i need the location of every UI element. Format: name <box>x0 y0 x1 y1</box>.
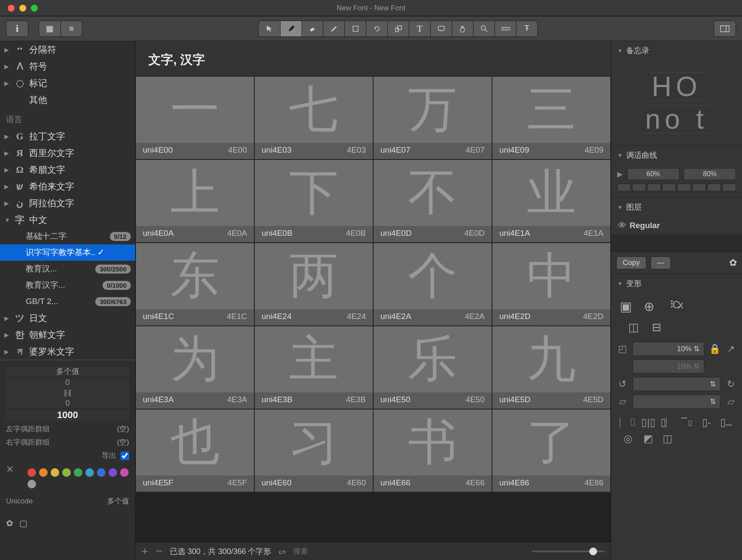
glyph-cell[interactable]: 九uni4E5D4E5D <box>492 326 610 409</box>
glyph-cell[interactable]: 乐uni4E504E50 <box>374 326 492 409</box>
panel-curve-header[interactable]: ▼调适曲线 <box>611 146 742 165</box>
glyph-cell[interactable]: 中uni4E2D4E2D <box>492 243 610 325</box>
color-swatch[interactable] <box>27 480 36 488</box>
lock-icon[interactable]: 🔒 <box>709 343 721 355</box>
settings-gear-icon[interactable]: ✿ <box>6 518 13 528</box>
color-swatch[interactable] <box>109 468 117 477</box>
eye-icon[interactable]: 👁 <box>618 221 626 230</box>
glyph-cell[interactable]: 上uni4E0A4E0A <box>136 160 254 242</box>
glyph-cell[interactable]: 书uni4E664E66 <box>374 409 492 492</box>
slant-right-icon[interactable]: ▱ <box>725 396 737 407</box>
pen-tool[interactable] <box>280 21 302 36</box>
glyph-cell[interactable]: 业uni4E1A4E1A <box>492 160 610 242</box>
panel-layer-header[interactable]: ▼图层 <box>611 198 742 217</box>
sidebar-sub-item[interactable]: 教育汉...300/2500 <box>0 261 135 277</box>
scale-y-field[interactable]: 10% ⇅ <box>633 359 704 373</box>
layer-settings-icon[interactable]: ✿ <box>729 257 737 268</box>
sidebar-sub-item[interactable]: GB/T 2...300/6763 <box>0 293 135 310</box>
sidebar-item[interactable]: ▶ⴷ符号 <box>0 58 135 75</box>
color-swatch[interactable] <box>27 468 36 477</box>
grid-view-button[interactable]: ▦ <box>39 21 60 36</box>
export-checkbox[interactable] <box>121 452 129 460</box>
flip-v-icon[interactable]: ⊟ <box>652 321 661 334</box>
zoom-slider[interactable] <box>532 551 605 552</box>
color-swatch[interactable] <box>120 468 129 477</box>
scale-tool[interactable] <box>387 21 409 36</box>
clear-color-button[interactable]: ✕ <box>6 464 14 475</box>
delete-layer-button[interactable]: — <box>651 256 671 269</box>
slant-field[interactable]: ⇅ <box>633 394 721 409</box>
remove-glyph-button[interactable]: − <box>156 545 162 558</box>
align-top-icon[interactable]: ⎺▯ <box>679 416 694 428</box>
curve-lo-field[interactable]: 60% <box>627 168 679 180</box>
align-right-icon[interactable]: ▯⎸ <box>660 416 675 428</box>
text-tool[interactable]: T <box>409 21 430 36</box>
list-view-button[interactable]: ≡ <box>60 21 82 36</box>
glyph-cell[interactable]: 主uni4E3B4E3B <box>255 326 373 409</box>
glyph-cell[interactable]: 下uni4E0B4E0B <box>255 160 373 242</box>
minimize-window-button[interactable] <box>19 5 26 12</box>
align-bottom-icon[interactable]: ▯⎽ <box>718 416 733 428</box>
sidebar-sub-item[interactable]: 教育汉字...0/1000 <box>0 277 135 293</box>
scale-x-field[interactable]: 10% ⇅ <box>633 342 704 356</box>
panel-transform-header[interactable]: ▼变形 <box>611 274 742 293</box>
curve-steps[interactable] <box>617 184 736 191</box>
slant-left-icon[interactable]: ▱ <box>616 396 628 407</box>
color-swatch[interactable] <box>51 468 59 477</box>
bool-union-icon[interactable]: ◎ <box>620 433 636 445</box>
primitive-tool[interactable] <box>344 21 366 36</box>
align-hcenter-icon[interactable]: ▯|▯ <box>641 416 656 428</box>
sidebar-sub-item[interactable]: 基础十二字5/12 <box>0 228 135 244</box>
add-glyph-button[interactable]: + <box>142 545 148 558</box>
align-left-icon[interactable]: ⎸▯ <box>620 416 636 428</box>
copy-layer-button[interactable]: Copy <box>616 256 646 269</box>
annotate-tool[interactable] <box>430 21 452 36</box>
glyph-cell[interactable]: 了uni4E864E86 <box>492 409 610 492</box>
glyph-cell[interactable]: 个uni4E2A4E2A <box>374 243 492 325</box>
archive-icon[interactable]: ▢ <box>19 518 27 528</box>
zoom-window-button[interactable] <box>31 5 38 12</box>
pencil-tool[interactable] <box>323 21 344 36</box>
rotate-field[interactable]: ⇅ <box>633 377 721 391</box>
color-swatch[interactable] <box>97 468 106 477</box>
rotate-tool[interactable] <box>366 21 387 36</box>
sidebar-item[interactable]: ▶◌标记 <box>0 75 135 91</box>
bool-intersect-icon[interactable]: ◫ <box>660 433 675 445</box>
glyph-cell[interactable]: 两uni4E244E24 <box>255 243 373 325</box>
color-swatch[interactable] <box>62 468 71 477</box>
sidebar-item[interactable]: ▶G拉丁文字 <box>0 128 135 145</box>
sidebar-item-chinese[interactable]: ▼字中文 <box>0 211 135 228</box>
origin-center-icon[interactable]: ⊕ <box>644 299 655 314</box>
sidebar-item[interactable]: ▶ש希伯来文字 <box>0 178 135 195</box>
erase-tool[interactable] <box>302 21 323 36</box>
glyph-grid[interactable]: 一uni4E004E00七uni4E034E03万uni4E074E07三uni… <box>136 76 611 542</box>
sidebar-item[interactable]: ▶Ω希腊文字 <box>0 161 135 178</box>
rotate-cw-icon[interactable]: ↻ <box>725 379 737 390</box>
panel-memo-header[interactable]: ▼备忘录 <box>611 41 742 60</box>
color-swatch[interactable] <box>85 468 94 477</box>
origin-bbox-icon[interactable]: ▣ <box>620 299 632 314</box>
glyph-cell[interactable]: 习uni4E604E60 <box>255 409 373 492</box>
sidebar-item[interactable]: ▶한朝鲜文字 <box>0 326 135 343</box>
glyph-cell[interactable]: 东uni4E1C4E1C <box>136 243 254 325</box>
sidebar-sub-item[interactable]: 识字写字教学基本..✓ <box>0 244 135 261</box>
color-swatch[interactable] <box>39 468 48 477</box>
info-button[interactable]: i <box>6 21 28 36</box>
sidebar-item[interactable]: ▶ল婆罗米文字 <box>0 343 135 360</box>
measure-tool[interactable] <box>495 21 516 36</box>
glyph-cell[interactable]: 为uni4E3A4E3A <box>136 326 254 409</box>
sidebar-item[interactable]: ▶Я西里尔文字 <box>0 145 135 161</box>
toggle-right-panel[interactable] <box>714 21 736 36</box>
bool-subtract-icon[interactable]: ◩ <box>641 433 656 445</box>
select-tool[interactable] <box>259 21 280 36</box>
color-swatch[interactable] <box>74 468 82 477</box>
flip-h-icon[interactable]: ◫ <box>628 321 639 334</box>
glyph-cell[interactable]: 一uni4E004E00 <box>136 77 254 159</box>
glyph-cell[interactable]: 七uni4E034E03 <box>255 77 373 159</box>
glyph-cell[interactable]: 三uni4E094E09 <box>492 77 610 159</box>
glyph-cell[interactable]: 不uni4E0D4E0D <box>374 160 492 242</box>
glyph-cell[interactable]: 也uni4E5F4E5F <box>136 409 254 492</box>
truetype-tool[interactable]: Ŧ <box>516 21 537 36</box>
apply-scale-icon[interactable]: ↗ <box>725 343 737 355</box>
glyph-cell[interactable]: 万uni4E074E07 <box>374 77 492 159</box>
